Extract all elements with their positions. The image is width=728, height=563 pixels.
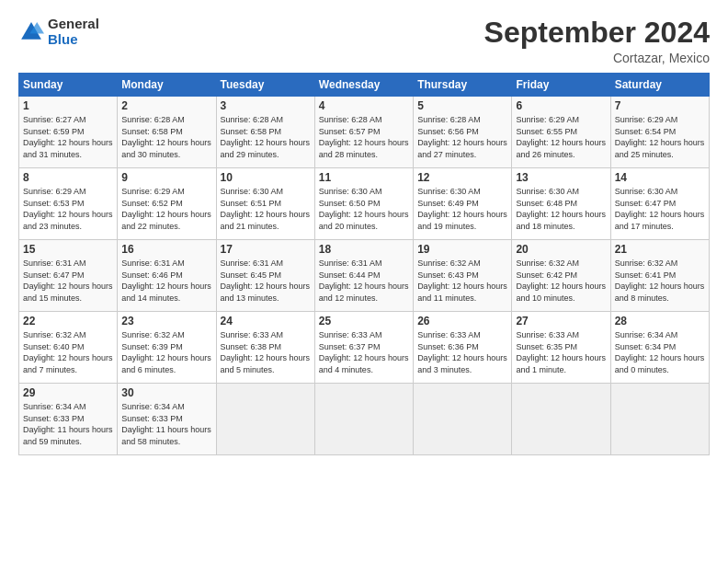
day-detail: Sunrise: 6:30 AMSunset: 6:47 PMDaylight:… xyxy=(615,187,705,231)
calendar-table: Sunday Monday Tuesday Wednesday Thursday… xyxy=(18,73,710,455)
day-detail: Sunrise: 6:30 AMSunset: 6:49 PMDaylight:… xyxy=(417,187,507,231)
table-cell: 19 Sunrise: 6:32 AMSunset: 6:43 PMDaylig… xyxy=(414,240,512,312)
day-detail: Sunrise: 6:33 AMSunset: 6:37 PMDaylight:… xyxy=(319,330,409,374)
day-number: 3 xyxy=(221,99,311,112)
day-detail: Sunrise: 6:32 AMSunset: 6:40 PMDaylight:… xyxy=(23,330,113,374)
table-cell: 27 Sunrise: 6:33 AMSunset: 6:35 PMDaylig… xyxy=(512,312,610,384)
col-sunday: Sunday xyxy=(19,74,118,97)
table-cell: 12 Sunrise: 6:30 AMSunset: 6:49 PMDaylig… xyxy=(414,168,512,240)
day-detail: Sunrise: 6:32 AMSunset: 6:39 PMDaylight:… xyxy=(121,330,211,374)
day-detail: Sunrise: 6:28 AMSunset: 6:58 PMDaylight:… xyxy=(221,115,311,159)
day-detail: Sunrise: 6:32 AMSunset: 6:43 PMDaylight:… xyxy=(417,259,507,303)
day-detail: Sunrise: 6:29 AMSunset: 6:55 PMDaylight:… xyxy=(516,115,606,159)
table-cell xyxy=(314,384,413,455)
day-detail: Sunrise: 6:30 AMSunset: 6:50 PMDaylight:… xyxy=(319,187,409,231)
header: General Blue September 2024 Cortazar, Me… xyxy=(18,17,710,65)
col-wednesday: Wednesday xyxy=(314,74,413,97)
logo-icon xyxy=(18,19,44,45)
day-number: 10 xyxy=(221,171,311,184)
day-number: 22 xyxy=(23,315,113,327)
day-detail: Sunrise: 6:31 AMSunset: 6:47 PMDaylight:… xyxy=(23,259,113,303)
table-cell: 26 Sunrise: 6:33 AMSunset: 6:36 PMDaylig… xyxy=(414,312,512,384)
day-number: 15 xyxy=(23,243,113,256)
table-cell: 1 Sunrise: 6:27 AMSunset: 6:59 PMDayligh… xyxy=(19,97,118,168)
day-number: 18 xyxy=(319,243,409,256)
table-cell: 8 Sunrise: 6:29 AMSunset: 6:53 PMDayligh… xyxy=(19,168,118,240)
day-number: 4 xyxy=(319,99,409,112)
table-cell: 30 Sunrise: 6:34 AMSunset: 6:33 PMDaylig… xyxy=(118,384,216,455)
table-cell xyxy=(216,384,314,455)
col-thursday: Thursday xyxy=(414,74,512,97)
title-block: September 2024 Cortazar, Mexico xyxy=(484,17,710,65)
day-detail: Sunrise: 6:30 AMSunset: 6:51 PMDaylight:… xyxy=(221,187,311,231)
table-cell: 5 Sunrise: 6:28 AMSunset: 6:56 PMDayligh… xyxy=(414,97,512,168)
day-number: 9 xyxy=(121,171,211,184)
table-cell: 14 Sunrise: 6:30 AMSunset: 6:47 PMDaylig… xyxy=(610,168,709,240)
day-detail: Sunrise: 6:27 AMSunset: 6:59 PMDaylight:… xyxy=(23,115,113,159)
col-friday: Friday xyxy=(512,74,610,97)
day-detail: Sunrise: 6:33 AMSunset: 6:38 PMDaylight:… xyxy=(221,330,311,374)
day-number: 24 xyxy=(221,315,311,327)
table-cell: 6 Sunrise: 6:29 AMSunset: 6:55 PMDayligh… xyxy=(512,97,610,168)
day-number: 26 xyxy=(417,315,507,327)
table-cell xyxy=(610,384,709,455)
day-number: 8 xyxy=(23,171,113,184)
table-cell: 20 Sunrise: 6:32 AMSunset: 6:42 PMDaylig… xyxy=(512,240,610,312)
col-saturday: Saturday xyxy=(610,74,709,97)
page: General Blue September 2024 Cortazar, Me… xyxy=(0,0,728,563)
table-cell: 7 Sunrise: 6:29 AMSunset: 6:54 PMDayligh… xyxy=(610,97,709,168)
table-cell: 9 Sunrise: 6:29 AMSunset: 6:52 PMDayligh… xyxy=(118,168,216,240)
day-number: 27 xyxy=(516,315,606,327)
day-detail: Sunrise: 6:31 AMSunset: 6:44 PMDaylight:… xyxy=(319,259,409,303)
logo-general: General xyxy=(48,17,99,32)
table-cell: 16 Sunrise: 6:31 AMSunset: 6:46 PMDaylig… xyxy=(118,240,216,312)
day-detail: Sunrise: 6:31 AMSunset: 6:46 PMDaylight:… xyxy=(121,259,211,303)
day-number: 5 xyxy=(417,99,507,112)
day-detail: Sunrise: 6:28 AMSunset: 6:57 PMDaylight:… xyxy=(319,115,409,159)
calendar-body: 1 Sunrise: 6:27 AMSunset: 6:59 PMDayligh… xyxy=(19,97,710,455)
logo: General Blue xyxy=(18,17,99,47)
month-title: September 2024 xyxy=(484,17,710,49)
calendar-row: 15 Sunrise: 6:31 AMSunset: 6:47 PMDaylig… xyxy=(19,240,710,312)
col-tuesday: Tuesday xyxy=(216,74,314,97)
day-number: 20 xyxy=(516,243,606,256)
day-detail: Sunrise: 6:28 AMSunset: 6:58 PMDaylight:… xyxy=(121,115,211,159)
day-number: 11 xyxy=(319,171,409,184)
day-detail: Sunrise: 6:29 AMSunset: 6:52 PMDaylight:… xyxy=(121,187,211,231)
day-number: 7 xyxy=(615,99,705,112)
day-number: 2 xyxy=(121,99,211,112)
day-number: 6 xyxy=(516,99,606,112)
table-cell: 24 Sunrise: 6:33 AMSunset: 6:38 PMDaylig… xyxy=(216,312,314,384)
table-cell xyxy=(512,384,610,455)
table-cell: 4 Sunrise: 6:28 AMSunset: 6:57 PMDayligh… xyxy=(314,97,413,168)
day-number: 21 xyxy=(615,243,705,256)
table-cell: 13 Sunrise: 6:30 AMSunset: 6:48 PMDaylig… xyxy=(512,168,610,240)
day-number: 13 xyxy=(516,171,606,184)
table-cell: 23 Sunrise: 6:32 AMSunset: 6:39 PMDaylig… xyxy=(118,312,216,384)
table-cell: 18 Sunrise: 6:31 AMSunset: 6:44 PMDaylig… xyxy=(314,240,413,312)
calendar-row: 22 Sunrise: 6:32 AMSunset: 6:40 PMDaylig… xyxy=(19,312,710,384)
day-detail: Sunrise: 6:28 AMSunset: 6:56 PMDaylight:… xyxy=(417,115,507,159)
day-detail: Sunrise: 6:32 AMSunset: 6:42 PMDaylight:… xyxy=(516,259,606,303)
header-row: Sunday Monday Tuesday Wednesday Thursday… xyxy=(19,74,710,97)
table-cell: 17 Sunrise: 6:31 AMSunset: 6:45 PMDaylig… xyxy=(216,240,314,312)
day-number: 14 xyxy=(615,171,705,184)
day-number: 30 xyxy=(121,386,211,399)
day-number: 17 xyxy=(221,243,311,256)
location: Cortazar, Mexico xyxy=(484,51,710,65)
day-number: 1 xyxy=(23,99,113,112)
calendar-row: 1 Sunrise: 6:27 AMSunset: 6:59 PMDayligh… xyxy=(19,97,710,168)
day-detail: Sunrise: 6:30 AMSunset: 6:48 PMDaylight:… xyxy=(516,187,606,231)
day-number: 16 xyxy=(121,243,211,256)
day-detail: Sunrise: 6:31 AMSunset: 6:45 PMDaylight:… xyxy=(221,259,311,303)
calendar-row: 29 Sunrise: 6:34 AMSunset: 6:33 PMDaylig… xyxy=(19,384,710,455)
day-detail: Sunrise: 6:32 AMSunset: 6:41 PMDaylight:… xyxy=(615,259,705,303)
day-number: 29 xyxy=(23,386,113,399)
day-number: 12 xyxy=(417,171,507,184)
table-cell: 25 Sunrise: 6:33 AMSunset: 6:37 PMDaylig… xyxy=(314,312,413,384)
table-cell: 11 Sunrise: 6:30 AMSunset: 6:50 PMDaylig… xyxy=(314,168,413,240)
day-number: 23 xyxy=(121,315,211,327)
day-number: 19 xyxy=(417,243,507,256)
day-detail: Sunrise: 6:34 AMSunset: 6:34 PMDaylight:… xyxy=(615,330,705,374)
day-detail: Sunrise: 6:29 AMSunset: 6:54 PMDaylight:… xyxy=(615,115,705,159)
